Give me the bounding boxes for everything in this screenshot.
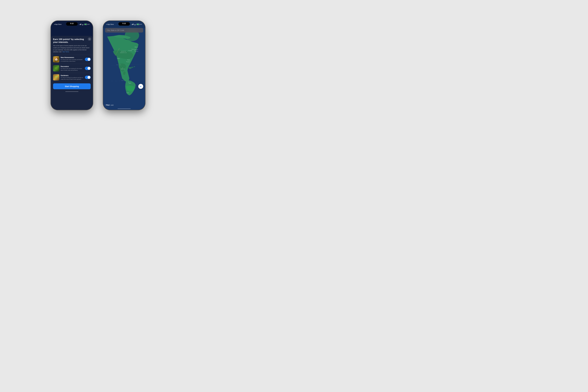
toggle-homeowners[interactable] xyxy=(85,58,91,61)
interest-title-gardeners: Gardeners xyxy=(61,74,84,76)
location-icon: ➤ xyxy=(139,85,142,88)
legal-link[interactable]: Legal xyxy=(111,104,114,106)
subtext: Tell us the types of home projects you'r… xyxy=(53,45,91,53)
phone-2: NORTH AMERICA ROCKY MOUNTAINS Chicago To… xyxy=(103,21,145,110)
headline: Earn 100 points* by selecting your inter… xyxy=(53,38,91,44)
back-button-2[interactable]: App Store xyxy=(106,24,114,25)
toggle-decorators[interactable] xyxy=(85,67,91,70)
toggle-knob-decorators xyxy=(88,67,90,70)
start-shopping-button[interactable]: Start Shopping xyxy=(53,83,91,89)
svg-text:Bogotá: Bogotá xyxy=(129,83,131,84)
interest-desc-gardeners: For those looking for products and tips … xyxy=(61,77,84,80)
interest-img-decorators xyxy=(53,65,59,72)
svg-text:Angeles: Angeles xyxy=(117,58,120,59)
svg-point-14 xyxy=(134,50,135,50)
battery-2: 42+ xyxy=(136,24,142,25)
interests-content: ✕ Earn 100 points* by selecting your int… xyxy=(51,36,93,110)
maps-label: Maps xyxy=(106,104,110,106)
back-label-2: App Store xyxy=(108,24,114,25)
wifi-icon-1 xyxy=(82,24,84,25)
phone-1-screen: App Store 42+ xyxy=(51,21,93,110)
interest-text-decorators: Decorators For those who are looking for… xyxy=(61,66,84,71)
map-svg: NORTH AMERICA ROCKY MOUNTAINS Chicago To… xyxy=(103,21,145,110)
back-button-1[interactable]: App Store xyxy=(54,24,62,25)
close-icon: ✕ xyxy=(89,38,90,40)
svg-point-3 xyxy=(131,67,133,68)
svg-point-17 xyxy=(127,60,128,60)
back-label-1: App Store xyxy=(55,24,62,25)
svg-point-4 xyxy=(134,66,135,67)
interest-img-homeowners xyxy=(53,56,59,62)
interest-img-gardeners xyxy=(53,74,59,80)
interest-title-homeowners: New Homeowners xyxy=(61,56,84,58)
map-search-input[interactable]: City, State or ZIP Code xyxy=(105,28,143,32)
home-bar-1 xyxy=(65,91,78,92)
signal-bars-2 xyxy=(131,24,134,25)
svg-point-24 xyxy=(128,82,129,82)
map-screen: NORTH AMERICA ROCKY MOUNTAINS Chicago To… xyxy=(103,21,145,110)
wifi-icon-2 xyxy=(134,24,136,25)
interest-text-homeowners: New Homeowners For those who have recent… xyxy=(61,56,84,62)
svg-text:Montré...: Montré... xyxy=(135,47,138,48)
status-icons-1: 42+ xyxy=(79,24,90,25)
toggle-knob-gardeners xyxy=(88,76,90,79)
svg-point-2 xyxy=(128,67,132,69)
home-indicator-1 xyxy=(53,90,91,93)
status-icons-2: 42+ xyxy=(131,24,142,25)
header-1 xyxy=(51,27,93,36)
time-1: 5:12 xyxy=(70,22,74,24)
toggle-gardeners[interactable] xyxy=(85,76,91,79)
see-terms-link[interactable]: See Terms xyxy=(62,51,69,52)
svg-point-22 xyxy=(122,68,123,68)
interest-desc-decorators: For those who are looking for the latest… xyxy=(61,68,84,71)
svg-text:New York: New York xyxy=(135,49,138,50)
location-button[interactable]: ➤ xyxy=(138,84,143,89)
interest-text-gardeners: Gardeners For those looking for products… xyxy=(61,74,84,80)
subtext-main: Tell us the types of home projects you'r… xyxy=(53,45,90,52)
svg-text:Lima: Lima xyxy=(127,92,129,93)
phone-1: App Store 42+ xyxy=(51,21,93,110)
svg-text:AMERICA: AMERICA xyxy=(120,52,127,53)
svg-text:Dallas: Dallas xyxy=(128,60,130,60)
close-button[interactable]: ✕ xyxy=(88,37,91,41)
interest-item-homeowners: New Homeowners For those who have recent… xyxy=(53,55,91,64)
svg-text:NORTH: NORTH xyxy=(121,51,126,52)
battery-1: 42+ xyxy=(84,24,90,25)
map-background: NORTH AMERICA ROCKY MOUNTAINS Chicago To… xyxy=(103,21,145,110)
interest-item-decorators: Decorators For those who are looking for… xyxy=(53,64,91,73)
phone-2-screen: NORTH AMERICA ROCKY MOUNTAINS Chicago To… xyxy=(103,21,145,110)
interests-screen: App Store 42+ xyxy=(51,21,93,110)
interest-title-decorators: Decorators xyxy=(61,66,84,68)
time-2: 5:12 xyxy=(122,22,126,24)
interest-desc-homeowners: For those who have recently purchased or… xyxy=(61,59,84,62)
svg-text:Tropic of Cancer: Tropic of Cancer xyxy=(116,64,121,65)
maps-footer:  Maps Legal xyxy=(105,104,114,106)
home-indicator-2 xyxy=(118,108,131,109)
svg-text:Toronto: Toronto xyxy=(132,49,135,50)
map-search-placeholder: City, State or ZIP Code xyxy=(107,29,124,31)
svg-text:Houston: Houston xyxy=(127,62,130,62)
svg-point-8 xyxy=(128,50,129,51)
apple-maps-logo:  Maps xyxy=(105,104,110,106)
svg-text:Chicago: Chicago xyxy=(129,50,132,51)
signal-bars-1 xyxy=(79,24,81,25)
interest-item-gardeners: Gardeners For those looking for products… xyxy=(53,73,91,82)
apple-icon:  xyxy=(105,104,106,106)
svg-text:Washington: Washington xyxy=(134,51,138,52)
svg-point-19 xyxy=(126,62,127,62)
svg-text:Mexico City: Mexico City xyxy=(121,68,125,70)
battery-pct-2: 42+ xyxy=(140,24,142,25)
svg-text:Equator: Equator xyxy=(122,80,124,81)
svg-point-26 xyxy=(126,93,127,93)
map-search-container: City, State or ZIP Code xyxy=(105,28,143,32)
toggle-knob-homeowners xyxy=(88,58,90,61)
battery-pct-1: 42+ xyxy=(88,24,90,25)
